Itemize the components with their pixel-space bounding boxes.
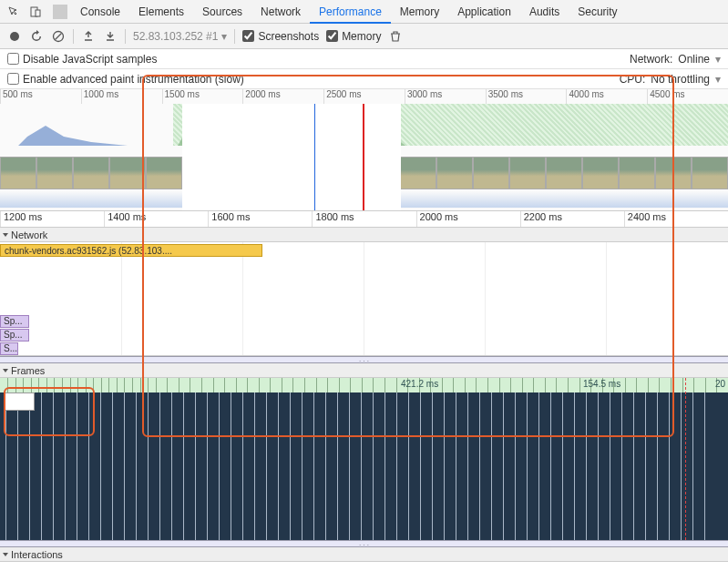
overview-ruler: 500 ms 1000 ms 1500 ms 2000 ms 2500 ms 3… xyxy=(0,89,728,104)
separator xyxy=(234,29,235,44)
task-block[interactable]: S... xyxy=(0,342,18,355)
tab-memory[interactable]: Memory xyxy=(391,0,448,24)
flamechart-ruler: 1200 ms 1400 ms 1600 ms 1800 ms 2000 ms … xyxy=(0,211,728,228)
tab-performance[interactable]: Performance xyxy=(310,0,391,24)
tab-security[interactable]: Security xyxy=(569,0,626,24)
record-button[interactable] xyxy=(7,29,22,44)
track-resizer[interactable]: . . . xyxy=(0,356,728,363)
task-block[interactable]: Sp... xyxy=(0,315,29,328)
overview-body xyxy=(0,104,728,210)
advanced-paint-input[interactable] xyxy=(7,73,19,85)
disclosure-triangle-icon xyxy=(3,553,8,556)
network-track[interactable]: chunk-vendors.ac931562.js (52.83.103....… xyxy=(0,242,728,356)
svg-rect-1 xyxy=(36,10,40,16)
svg-point-2 xyxy=(10,32,19,41)
network-throttle-select[interactable]: Network: Online ▾ xyxy=(630,53,721,66)
load-profile-button[interactable] xyxy=(81,29,96,44)
frames-screenshots xyxy=(0,392,728,540)
session-label: 52.83.103.252 #1 xyxy=(133,30,218,43)
device-toggle-icon[interactable] xyxy=(27,4,44,20)
frame-duration-label: 20 xyxy=(715,379,725,389)
main-thread-tasks: Sp... Sp... S... xyxy=(0,314,29,355)
task-block[interactable]: Sp... xyxy=(0,329,29,341)
frames-section-header[interactable]: Frames xyxy=(0,363,728,378)
chevron-down-icon: ▾ xyxy=(715,73,721,86)
tab-console[interactable]: Console xyxy=(71,0,129,24)
save-profile-button[interactable] xyxy=(103,29,118,44)
devtools-tabs: Console Elements Sources Network Perform… xyxy=(71,0,627,24)
network-section-header[interactable]: Network xyxy=(0,228,728,242)
reload-record-button[interactable] xyxy=(29,29,44,44)
dcl-marker xyxy=(314,104,315,210)
memory-input[interactable] xyxy=(326,30,338,42)
track-resizer[interactable]: . . . xyxy=(0,540,728,547)
clear-button[interactable] xyxy=(51,29,66,44)
marker-line xyxy=(685,378,686,540)
frame-duration-label: 421.2 ms xyxy=(401,379,438,389)
network-request-bar[interactable]: chunk-vendors.ac931562.js (52.83.103.... xyxy=(0,244,262,257)
interactions-section-header[interactable]: Interactions xyxy=(0,547,728,562)
separator xyxy=(73,29,74,44)
overview-timeline[interactable]: 500 ms 1000 ms 1500 ms 2000 ms 2500 ms 3… xyxy=(0,89,728,211)
separator xyxy=(125,29,126,44)
session-selector[interactable]: 52.83.103.252 #1▾ xyxy=(133,30,227,43)
tab-network[interactable]: Network xyxy=(251,0,310,24)
tab-application[interactable]: Application xyxy=(448,0,520,24)
svg-line-4 xyxy=(56,33,62,39)
load-marker xyxy=(363,104,364,210)
disclosure-triangle-icon xyxy=(3,233,8,237)
chevron-down-icon: ▾ xyxy=(221,30,227,43)
overview-viewport[interactable] xyxy=(182,104,401,210)
tab-elements[interactable]: Elements xyxy=(129,0,193,24)
disable-js-samples-checkbox[interactable]: Disable JavaScript samples xyxy=(7,53,157,66)
garbage-collect-button[interactable] xyxy=(388,29,403,44)
frame-duration-label: 154.5 ms xyxy=(583,379,620,389)
frames-track[interactable]: 421.2 ms 154.5 ms 20 xyxy=(0,378,728,540)
tab-sources[interactable]: Sources xyxy=(193,0,251,24)
frame-thumbnail[interactable] xyxy=(4,392,35,411)
chevron-down-icon: ▾ xyxy=(715,53,721,66)
tab-audits[interactable]: Audits xyxy=(520,0,569,24)
advanced-paint-checkbox[interactable]: Enable advanced paint instrumentation (s… xyxy=(7,73,244,86)
disclosure-triangle-icon xyxy=(3,369,8,372)
screenshots-checkbox[interactable]: Screenshots xyxy=(242,30,319,43)
screenshots-input[interactable] xyxy=(242,30,254,42)
memory-checkbox[interactable]: Memory xyxy=(326,30,381,43)
inspect-icon[interactable] xyxy=(5,4,22,20)
screenshot-thumb xyxy=(0,157,36,189)
separator xyxy=(53,5,67,19)
disable-js-input[interactable] xyxy=(7,53,19,65)
cpu-throttle-select[interactable]: CPU: No throttling ▾ xyxy=(620,73,721,86)
